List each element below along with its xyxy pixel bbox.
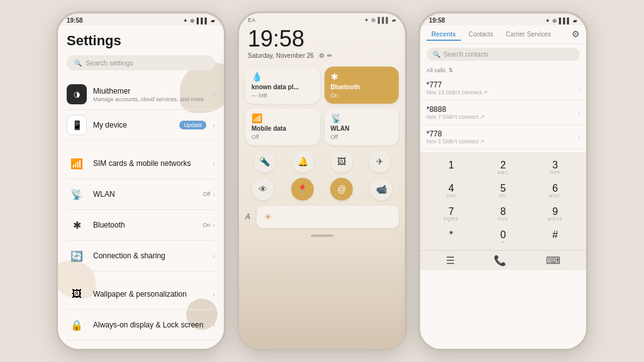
cc-tile-bluetooth[interactable]: ✱ Bluetooth On <box>325 67 399 104</box>
cc-handle <box>239 231 405 241</box>
dial-key-2[interactable]: 2 ABC <box>479 157 528 178</box>
dial-key-6[interactable]: 6 MNO <box>530 180 580 201</box>
settings-item-always-on[interactable]: 🔒 Always-on display & Lock screen › <box>67 310 215 341</box>
dialpad: 1 2 ABC 3 DEF 4 GHI 5 JKL <box>420 152 586 250</box>
dial-key-hash[interactable]: # <box>530 227 580 248</box>
settings-item-wlan[interactable]: 📡 WLAN Off › <box>67 179 215 210</box>
all-calls-sort-icon: ⇅ <box>448 67 453 74</box>
dial-key-9[interactable]: 9 WXYZ <box>530 204 580 224</box>
cc-screenshot-btn[interactable]: 🖼 <box>330 150 353 173</box>
dial-key-8[interactable]: 8 TUV <box>479 204 528 224</box>
settings-item-sim[interactable]: 📶 SIM cards & mobile networks › <box>67 148 215 179</box>
my-device-text: My device <box>93 121 173 129</box>
cc-date: Saturday, November 26 ⚙✏ <box>239 52 405 64</box>
cc-mail-btn[interactable]: @ <box>330 178 353 200</box>
wlan-icon: 📡 <box>67 184 87 204</box>
wlan-right: Off › <box>203 190 215 198</box>
miuithemer-chevron: › <box>213 90 215 98</box>
cc-location-btn[interactable]: 📍 <box>291 178 314 200</box>
status-bar-3: 19:58 ✦⊕▌▌▌▰ <box>420 13 586 25</box>
cc-airplane-btn[interactable]: ✈ <box>369 150 391 173</box>
settings-item-bluetooth[interactable]: ✱ Bluetooth On › <box>67 210 215 241</box>
bluetooth-icon: ✱ <box>67 215 87 235</box>
settings-item-miuithemer[interactable]: ◑ Miuithemer Manage accounts, cloud serv… <box>67 79 215 110</box>
wallpaper-chevron: › <box>213 290 215 298</box>
cc-tile-wlan[interactable]: 📡 WLAN Off <box>325 108 399 145</box>
settings-item-wallpaper[interactable]: 🖼 Wallpaper & personalization › <box>67 279 215 310</box>
cc-date-text: Saturday, November 26 <box>248 52 314 59</box>
tab-recents[interactable]: Recents <box>426 29 461 41</box>
call-item-info-8888: *8888 Nov 7 Didn't connect ↗ <box>426 105 485 120</box>
cc-brightness-slider[interactable]: ☀ <box>257 206 399 228</box>
status-icons-3: ✦⊕▌▌▌▰ <box>545 18 577 24</box>
call-arrow-8888: › <box>578 109 580 116</box>
call-number-777: *777 <box>426 80 488 89</box>
cc-status-bar: EA ✦⊕▌▌▌▰ <box>239 13 405 23</box>
cc-tile-data-header: 💧 <box>252 72 314 82</box>
bt-tile-icon: ✱ <box>331 72 338 82</box>
dial-key-1[interactable]: 1 <box>426 157 476 178</box>
wlan-title: WLAN <box>93 190 196 199</box>
phone-search-icon: 🔍 <box>433 51 440 58</box>
wlan-text: WLAN <box>93 190 196 199</box>
wallpaper-text: Wallpaper & personalization <box>93 290 206 299</box>
cc-status-left: EA <box>248 17 255 23</box>
phone-control-center: EA ✦⊕▌▌▌▰ 19:58 Saturday, November 26 ⚙✏… <box>237 11 407 351</box>
phone-search-placeholder: Search contacts <box>443 51 489 58</box>
cc-tile-data-sub: — MB <box>252 92 314 99</box>
data-tile-icon: 💧 <box>252 72 262 82</box>
menu-icon[interactable]: ☰ <box>446 255 455 266</box>
settings-item-display[interactable]: ☀ Display › <box>67 341 215 349</box>
call-number-8888: *8888 <box>426 105 485 114</box>
status-time-3: 19:58 <box>429 17 445 24</box>
dial-key-star[interactable]: * <box>426 227 476 248</box>
section-gap-1 <box>67 141 215 148</box>
settings-item-connection[interactable]: 🔄 Connection & sharing › <box>67 241 215 272</box>
phone-search-bar[interactable]: 🔍 Search contacts <box>426 48 580 61</box>
phone-app-settings-icon[interactable]: ⚙ <box>572 29 580 41</box>
dial-key-7[interactable]: 7 PQRS <box>426 204 476 224</box>
all-calls-label: All calls ⇅ <box>420 65 586 76</box>
cc-tile-data[interactable]: 💧 known data pl... — MB <box>245 67 320 104</box>
wallpaper-title: Wallpaper & personalization <box>93 290 206 299</box>
update-badge: Update <box>179 121 206 129</box>
cc-eye-btn[interactable]: 👁 <box>252 178 274 200</box>
cc-notification-btn[interactable]: 🔔 <box>292 150 314 173</box>
phone-app-screen: Recents Contacts Carrier Services ⚙ 🔍 Se… <box>420 25 586 349</box>
cc-tile-mobile-data[interactable]: 📶 Mobile data Off <box>245 108 320 145</box>
miuithemer-icon: ◑ <box>67 84 87 104</box>
search-placeholder: Search settings <box>86 59 133 67</box>
cc-tile-mobile-header: 📶 <box>252 113 314 123</box>
mobile-tile-icon: 📶 <box>252 113 262 123</box>
call-item-777[interactable]: *777 Nov 13 Didn't connect ↗ › <box>420 76 586 101</box>
dial-key-4[interactable]: 4 GHI <box>426 180 476 201</box>
dialpad-icon[interactable]: ⌨ <box>546 255 560 266</box>
cc-date-icons: ⚙✏ <box>319 52 332 59</box>
settings-item-my-device[interactable]: 📱 My device Update › <box>67 110 215 141</box>
wlan-chevron: › <box>213 190 215 198</box>
call-item-8888[interactable]: *8888 Nov 7 Didn't connect ↗ › <box>420 101 586 125</box>
dial-key-3[interactable]: 3 DEF <box>530 157 580 178</box>
my-device-chevron: › <box>213 121 215 129</box>
dial-key-5[interactable]: 5 JKL <box>479 180 528 201</box>
cc-flashlight-btn[interactable]: 🔦 <box>253 150 276 173</box>
cc-camera-btn[interactable]: 📹 <box>370 178 392 200</box>
cc-brightness-label: A <box>245 212 250 221</box>
wlan-value: Off <box>203 191 210 197</box>
tab-carrier-services[interactable]: Carrier Services <box>501 29 556 41</box>
call-icon[interactable]: 📞 <box>494 255 506 266</box>
cc-tile-bt-sub: On <box>331 92 393 99</box>
cc-tile-bt-title: Bluetooth <box>331 84 393 90</box>
sim-title: SIM cards & mobile networks <box>93 159 206 168</box>
display-icon: ☀ <box>67 346 87 349</box>
bluetooth-right: On › <box>203 221 215 229</box>
dial-key-0[interactable]: 0 + <box>479 227 528 248</box>
always-on-icon: 🔒 <box>67 315 87 335</box>
tab-contacts[interactable]: Contacts <box>464 29 498 41</box>
sim-text: SIM cards & mobile networks <box>93 159 206 168</box>
settings-search-bar[interactable]: 🔍 Search settings <box>67 55 215 70</box>
call-item-778[interactable]: *778 Nov 1 Didn't connect ↗ › <box>420 125 586 150</box>
phone-settings: 19:58 ✦⊕▌▌▌▰ Settings 🔍 Search settings … <box>56 11 226 351</box>
cc-time: 19:58 <box>239 23 405 52</box>
miuithemer-text: Miuithemer Manage accounts, cloud servic… <box>93 87 206 102</box>
